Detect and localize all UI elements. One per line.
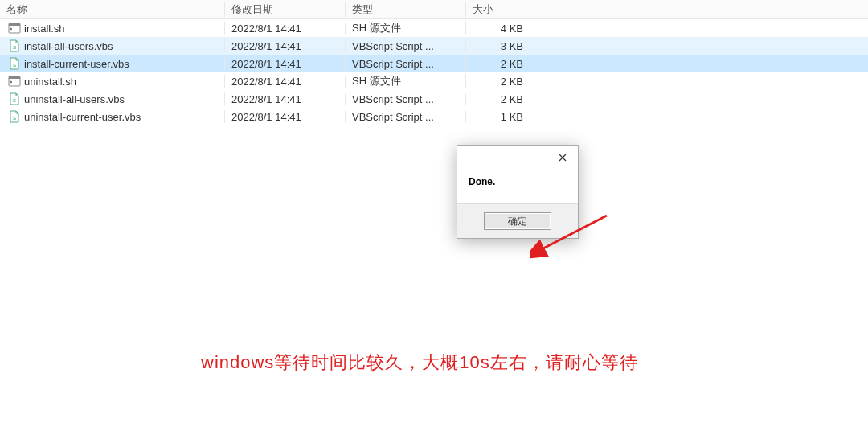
svg-rect-1 — [9, 23, 20, 26]
svg-text:S: S — [13, 98, 16, 103]
file-size: 1 KB — [466, 111, 530, 123]
svg-rect-5 — [9, 76, 20, 79]
sh-file-icon — [8, 22, 21, 35]
file-name: install.sh — [24, 23, 65, 35]
column-header-size[interactable]: 大小 — [466, 2, 530, 17]
column-header-type[interactable]: 类型 — [346, 2, 466, 17]
vbs-file-icon: S — [8, 57, 21, 70]
column-header-row: 名称 修改日期 类型 大小 — [0, 0, 868, 19]
file-date: 2022/8/1 14:41 — [225, 111, 346, 123]
file-date: 2022/8/1 14:41 — [225, 23, 346, 35]
annotation-caption: windows等待时间比较久，大概10s左右，请耐心等待 — [201, 351, 638, 375]
column-header-date[interactable]: 修改日期 — [225, 2, 346, 17]
file-name: uninstall-all-users.vbs — [24, 93, 125, 105]
svg-text:S: S — [13, 116, 16, 121]
sh-file-icon — [8, 75, 21, 88]
file-row[interactable]: Suninstall-all-users.vbs2022/8/1 14:41VB… — [0, 90, 868, 108]
close-icon[interactable] — [552, 147, 573, 168]
file-type: VBScript Script ... — [346, 111, 466, 123]
done-dialog: Done. 确定 — [457, 145, 579, 239]
dialog-footer: 确定 — [457, 203, 578, 238]
file-name: install-current-user.vbs — [24, 58, 129, 70]
file-row[interactable]: Suninstall-current-user.vbs2022/8/1 14:4… — [0, 108, 868, 125]
vbs-file-icon: S — [8, 39, 21, 52]
file-type: VBScript Script ... — [346, 58, 466, 70]
column-header-name[interactable]: 名称 — [0, 2, 225, 17]
file-size: 3 KB — [466, 40, 530, 52]
dialog-titlebar — [457, 146, 578, 170]
file-explorer-list: 名称 修改日期 类型 大小 install.sh2022/8/1 14:41SH… — [0, 0, 868, 125]
file-size: 2 KB — [466, 93, 530, 105]
file-name: uninstall-current-user.vbs — [24, 111, 141, 123]
file-type: VBScript Script ... — [346, 40, 466, 52]
file-date: 2022/8/1 14:41 — [225, 93, 346, 105]
vbs-file-icon: S — [8, 110, 21, 123]
file-date: 2022/8/1 14:41 — [225, 40, 346, 52]
svg-text:S: S — [13, 63, 16, 68]
file-size: 2 KB — [466, 76, 530, 88]
svg-text:S: S — [13, 45, 16, 50]
file-type: SH 源文件 — [346, 21, 466, 35]
file-date: 2022/8/1 14:41 — [225, 58, 346, 70]
file-name: uninstall.sh — [24, 76, 76, 88]
file-date: 2022/8/1 14:41 — [225, 76, 346, 88]
file-row[interactable]: Sinstall-current-user.vbs2022/8/1 14:41V… — [0, 55, 868, 72]
dialog-message: Done. — [457, 170, 578, 203]
file-size: 4 KB — [466, 23, 530, 35]
file-row[interactable]: install.sh2022/8/1 14:41SH 源文件4 KB — [0, 19, 868, 37]
file-rows-container: install.sh2022/8/1 14:41SH 源文件4 KBSinsta… — [0, 19, 868, 125]
file-row[interactable]: Sinstall-all-users.vbs2022/8/1 14:41VBSc… — [0, 37, 868, 55]
file-name: install-all-users.vbs — [24, 40, 113, 52]
ok-button[interactable]: 确定 — [484, 212, 551, 230]
vbs-file-icon: S — [8, 92, 21, 105]
file-size: 2 KB — [466, 58, 530, 70]
file-row[interactable]: uninstall.sh2022/8/1 14:41SH 源文件2 KB — [0, 72, 868, 90]
file-type: SH 源文件 — [346, 74, 466, 88]
file-type: VBScript Script ... — [346, 93, 466, 105]
